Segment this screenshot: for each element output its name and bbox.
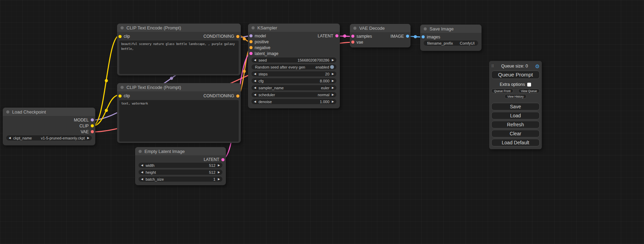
image-output-port[interactable] (406, 35, 409, 38)
width-widget[interactable]: ◀ width 512 ▶ (139, 163, 222, 168)
node-load-checkpoint[interactable]: Load Checkpoint MODEL CLIP VAE ◀ ckpt_na… (3, 108, 95, 145)
increment-arrow-icon[interactable]: ▶ (332, 100, 334, 103)
decrement-arrow-icon[interactable]: ◀ (254, 73, 256, 75)
input-label: model (255, 34, 266, 38)
denoise-widget[interactable]: ◀ denoise 1.000 ▶ (252, 99, 336, 104)
decrement-arrow-icon[interactable]: ◀ (254, 59, 256, 62)
scheduler-widget[interactable]: ◀ scheduler normal ▶ (252, 92, 336, 97)
output-label: LATENT (318, 34, 333, 38)
collapse-dot[interactable] (252, 26, 255, 29)
node-clip-text-encode-positive[interactable]: CLIP Text Encode (Prompt) clip CONDITION… (117, 24, 241, 75)
refresh-button[interactable]: Refresh (491, 121, 540, 128)
latent-output-port[interactable] (221, 158, 224, 161)
latent-image-input-port[interactable] (249, 52, 253, 55)
collapse-dot[interactable] (139, 150, 142, 153)
increment-arrow-icon[interactable]: ▶ (87, 137, 89, 139)
node-title-bar[interactable]: CLIP Text Encode (Prompt) (117, 83, 241, 91)
clip-output-port[interactable] (91, 124, 94, 127)
load-button[interactable]: Load (491, 112, 540, 119)
model-output-port[interactable] (91, 118, 94, 121)
node-title-bar[interactable]: Load Checkpoint (3, 108, 95, 116)
decrement-arrow-icon[interactable]: ◀ (141, 178, 143, 181)
random-seed-toggle[interactable]: Random seed after every gen enabled (252, 64, 336, 70)
decrement-arrow-icon[interactable]: ◀ (254, 80, 256, 82)
view-history-button[interactable]: View History (504, 94, 526, 99)
decrement-arrow-icon[interactable]: ◀ (141, 164, 143, 167)
input-label: positive (255, 39, 269, 44)
decrement-arrow-icon[interactable]: ◀ (141, 171, 143, 174)
node-ksampler[interactable]: KSampler model LATENT positive negative … (248, 24, 340, 108)
samples-input-port[interactable] (351, 35, 354, 38)
collapse-dot[interactable] (424, 27, 427, 30)
node-vae-decode[interactable]: VAE Decode samples IMAGE vae (350, 24, 411, 47)
node-save-image[interactable]: Save Image images filename_prefix ComfyU… (420, 25, 482, 51)
collapse-dot[interactable] (353, 27, 356, 30)
toggle-knob[interactable] (330, 65, 334, 69)
height-widget[interactable]: ◀ height 512 ▶ (139, 170, 222, 175)
positive-input-port[interactable] (249, 40, 253, 43)
vae-input-port[interactable] (351, 40, 354, 44)
node-title-bar[interactable]: Empty Latent Image (135, 147, 226, 155)
decrement-arrow-icon[interactable]: ◀ (254, 93, 256, 96)
increment-arrow-icon[interactable]: ▶ (332, 80, 334, 82)
load-default-button[interactable]: Load Default (491, 139, 540, 146)
collapse-dot[interactable] (121, 86, 124, 89)
widget-label: sampler_name (258, 86, 321, 90)
widget-label: width (145, 163, 209, 168)
steps-widget[interactable]: ◀ steps 20 ▶ (252, 71, 336, 76)
node-title-bar[interactable]: CLIP Text Encode (Prompt) (117, 24, 241, 32)
decrement-arrow-icon[interactable]: ◀ (254, 87, 256, 89)
conditioning-output-port[interactable] (236, 94, 239, 98)
seed-widget[interactable]: ◀ seed 156680208700286 ▶ (252, 57, 336, 63)
extra-options-checkbox[interactable] (527, 83, 531, 87)
widget-value: 512 (209, 163, 215, 168)
clear-button[interactable]: Clear (491, 130, 540, 137)
drag-handle-icon[interactable]: ⠿ (491, 64, 494, 69)
increment-arrow-icon[interactable]: ▶ (332, 93, 334, 96)
sampler-name-widget[interactable]: ◀ sampler_name euler ▶ (252, 85, 336, 90)
images-input-port[interactable] (422, 35, 425, 38)
node-title-bar[interactable]: VAE Decode (350, 24, 411, 32)
cfg-widget[interactable]: ◀ cfg 8.000 ▶ (252, 78, 336, 83)
node-title-bar[interactable]: Save Image (420, 25, 482, 33)
input-label: latent_image (255, 51, 279, 56)
decrement-arrow-icon[interactable]: ◀ (254, 100, 256, 103)
vae-output-port[interactable] (91, 130, 94, 133)
conditioning-output-port[interactable] (236, 35, 239, 38)
node-empty-latent-image[interactable]: Empty Latent Image LATENT ◀ width 512 ▶ … (135, 147, 226, 185)
settings-gear-icon[interactable]: ⚙ (535, 64, 540, 69)
prompt-text-field[interactable]: text, watermark (119, 100, 239, 142)
clip-input-port[interactable] (118, 94, 122, 98)
increment-arrow-icon[interactable]: ▶ (218, 171, 220, 174)
queue-front-button[interactable]: Queue Front (491, 89, 513, 93)
increment-arrow-icon[interactable]: ▶ (218, 164, 220, 167)
increment-arrow-icon[interactable]: ▶ (218, 178, 220, 181)
comfyui-canvas[interactable]: { "colors": { "model": "#B39DDB", "clip"… (0, 0, 644, 244)
queue-prompt-button[interactable]: Queue Prompt (491, 71, 540, 79)
ckpt-name-widget[interactable]: ◀ ckpt_name v1-5-pruned-emaonly.ckpt ▶ (6, 135, 92, 141)
negative-input-port[interactable] (249, 46, 253, 49)
widget-value: normal (318, 93, 329, 97)
collapse-dot[interactable] (6, 110, 9, 114)
view-queue-button[interactable]: View Queue (518, 89, 540, 93)
clip-input-port[interactable] (118, 35, 122, 38)
collapse-dot[interactable] (121, 26, 124, 29)
filename-prefix-widget[interactable]: filename_prefix ComfyUI (424, 40, 478, 46)
increment-arrow-icon[interactable]: ▶ (332, 59, 334, 62)
link-midpoint-dot (343, 35, 346, 38)
comfy-menu-panel[interactable]: ⠿ Queue size: 0 ⚙ Queue Prompt Extra opt… (489, 61, 542, 149)
node-clip-text-encode-negative[interactable]: CLIP Text Encode (Prompt) clip CONDITION… (117, 83, 241, 143)
widget-value: 512 (209, 170, 215, 174)
input-label: samples (356, 34, 372, 39)
model-input-port[interactable] (249, 34, 253, 37)
latent-output-port[interactable] (335, 34, 338, 37)
increment-arrow-icon[interactable]: ▶ (332, 73, 334, 75)
save-button[interactable]: Save (491, 103, 540, 110)
node-title-bar[interactable]: KSampler (248, 24, 340, 32)
link-midpoint-dot (105, 109, 108, 112)
batch-size-widget[interactable]: ◀ batch_size 1 ▶ (139, 177, 222, 182)
decrement-arrow-icon[interactable]: ◀ (9, 137, 11, 139)
increment-arrow-icon[interactable]: ▶ (332, 87, 334, 89)
prompt-text-field[interactable]: beautiful scenery nature glass bottle la… (119, 40, 239, 74)
widget-value: v1-5-pruned-emaonly.ckpt (41, 136, 85, 140)
